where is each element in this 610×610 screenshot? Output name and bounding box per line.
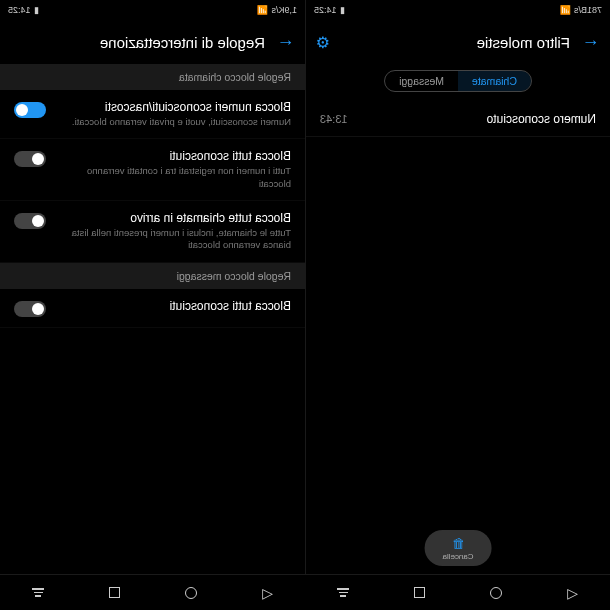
back-arrow-icon[interactable]: ← — [582, 32, 600, 53]
trash-icon: 🗑 — [452, 536, 465, 551]
tab-messages[interactable]: Messaggi — [385, 71, 458, 91]
entry-name: Numero sconosciuto — [487, 112, 596, 126]
toggle-block-all-unknown[interactable] — [14, 151, 46, 167]
delete-label: Cancella — [442, 552, 473, 561]
header: ← Regole di intercettazione — [0, 20, 305, 64]
setting-title: Blocca tutti sconosciuti — [56, 299, 291, 313]
screen-harassment-filter: 781B/s 📶 ▮ 14:25 ← Filtro molestie ⚙ Chi… — [305, 0, 610, 574]
setting-desc: Tutte le chiamate, inclusi i numeri pres… — [56, 227, 291, 252]
net-speed: 1,9K/s — [271, 5, 297, 15]
nav-recent-icon[interactable] — [414, 587, 425, 598]
setting-msg-block-unknown: Blocca tutti sconosciuti — [0, 289, 305, 328]
setting-block-all-unknown: Blocca tutti sconosciuti Tutti i numeri … — [0, 139, 305, 201]
gear-icon[interactable]: ⚙ — [316, 33, 330, 52]
page-title: Filtro molestie — [342, 34, 570, 51]
section-header-messages: Regole blocco messaggi — [0, 263, 305, 289]
battery-icon: ▮ — [34, 5, 39, 15]
net-speed: 781B/s — [574, 5, 602, 15]
nav-home-icon[interactable] — [490, 587, 502, 599]
toggle-msg-block-unknown[interactable] — [14, 301, 46, 317]
nav-recent-icon[interactable] — [109, 587, 120, 598]
delete-button[interactable]: 🗑 Cancella — [424, 530, 491, 566]
screen-interception-rules: 1,9K/s 📶 ▮ 14:25 ← Regole di intercettaz… — [0, 0, 305, 574]
setting-title: Blocca tutte chiamate in arrivo — [56, 211, 291, 225]
nav-back-icon[interactable]: ◁ — [567, 585, 578, 601]
wifi-icon: 📶 — [257, 5, 268, 15]
battery-icon: ▮ — [340, 5, 345, 15]
entry-time: 13:43 — [320, 113, 348, 125]
blocked-entry[interactable]: Numero sconosciuto 13:43 — [306, 102, 610, 137]
page-title: Regole di intercettazione — [10, 34, 265, 51]
setting-title: Blocca tutti sconosciuti — [56, 149, 291, 163]
clock: 14:25 — [314, 5, 337, 15]
setting-block-unknown-hidden: Blocca numeri sconosciuti/nascosti Numer… — [0, 90, 305, 139]
status-bar: 1,9K/s 📶 ▮ 14:25 — [0, 0, 305, 20]
nav-home-icon[interactable] — [185, 587, 197, 599]
clock: 14:25 — [8, 5, 31, 15]
status-bar: 781B/s 📶 ▮ 14:25 — [306, 0, 610, 20]
nav-bar: ◁ ◁ — [0, 574, 610, 610]
wifi-icon: 📶 — [560, 5, 571, 15]
tab-calls[interactable]: Chiamate — [458, 71, 531, 91]
toggle-block-unknown-hidden[interactable] — [14, 102, 46, 118]
setting-desc: Tutti i numeri non registrati tra i cont… — [56, 165, 291, 190]
nav-menu-icon[interactable] — [337, 588, 349, 597]
nav-back-icon[interactable]: ◁ — [262, 585, 273, 601]
tabs: Chiamate Messaggi — [306, 64, 610, 102]
setting-desc: Numeri sconosciuti, vuoti e privati verr… — [56, 116, 291, 128]
back-arrow-icon[interactable]: ← — [277, 32, 295, 53]
header: ← Filtro molestie ⚙ — [306, 20, 610, 64]
setting-block-all-incoming: Blocca tutte chiamate in arrivo Tutte le… — [0, 201, 305, 263]
nav-menu-icon[interactable] — [32, 588, 44, 597]
setting-title: Blocca numeri sconosciuti/nascosti — [56, 100, 291, 114]
toggle-block-all-incoming[interactable] — [14, 213, 46, 229]
section-header-calls: Regole blocco chiamata — [0, 64, 305, 90]
